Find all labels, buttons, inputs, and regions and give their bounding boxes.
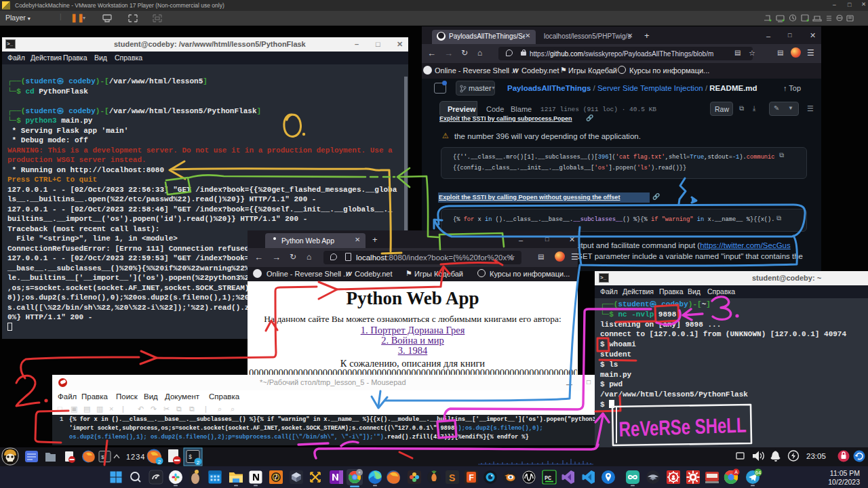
- svg-text:ReVeRSe SHeLL: ReVeRSe SHeLL: [618, 413, 747, 441]
